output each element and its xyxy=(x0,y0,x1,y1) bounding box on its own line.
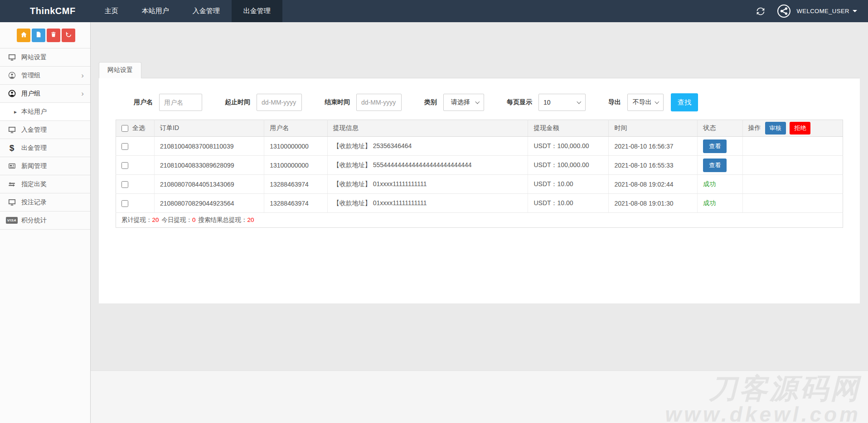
ops-label: 操作 xyxy=(748,124,761,131)
chevron-down-icon xyxy=(655,100,659,104)
summary-part: 搜索结果总提现：20 xyxy=(199,216,257,223)
header-ops: 操作 审核 拒绝 xyxy=(742,120,843,137)
footer-band: 刀客源码网 www.dkewl.com xyxy=(91,370,868,423)
sidebar-item-site-settings[interactable]: 网站设置 xyxy=(0,48,90,67)
cell-status: 成功 xyxy=(698,194,742,213)
cell-time: 2021-08-08 19:02:44 xyxy=(609,175,698,194)
row-checkbox[interactable] xyxy=(121,181,128,188)
caret-right-icon: ▸ xyxy=(12,109,19,115)
cell-username: 13100000000 xyxy=(264,156,328,175)
cell-order-id: 210808070844051343069 xyxy=(155,175,264,194)
cell-time: 2021-08-08 19:01:30 xyxy=(609,194,698,213)
sidebar-item-points-statistics[interactable]: VISA 积分统计 xyxy=(0,212,90,230)
cell-info: 【收款地址】 25356346464 xyxy=(327,137,528,156)
sidebar: 网站设置 管理组 › 用户组 › ▸ 本站用户 入金管理 $ 出金管理 新闻管理… xyxy=(0,22,91,423)
reject-button[interactable]: 拒绝 xyxy=(790,122,810,135)
table-row: 210810040833089628099 13100000000 【收款地址】… xyxy=(116,156,843,175)
sidebar-item-admin-group[interactable]: 管理组 › xyxy=(0,67,90,85)
header-order-id: 订单ID xyxy=(155,120,264,137)
sidebar-item-deposit-management[interactable]: 入金管理 xyxy=(0,121,90,139)
view-button[interactable]: 查看 xyxy=(703,139,727,153)
cell-amount: USDT：10.00 xyxy=(528,194,609,213)
dollar-icon: $ xyxy=(6,143,17,153)
row-checkbox[interactable] xyxy=(121,162,128,169)
monitor-icon xyxy=(6,198,17,206)
cell-info: 【收款地址】 01xxxx11111111111 xyxy=(327,194,528,213)
sidebar-item-news-management[interactable]: 新闻管理 xyxy=(0,157,90,175)
monitor-icon xyxy=(6,126,17,134)
per-page-label: 每页显示 xyxy=(507,98,532,106)
start-date-input[interactable] xyxy=(257,94,302,111)
sidebar-item-user-group[interactable]: 用户组 › xyxy=(0,85,90,103)
username-label: 用户名 xyxy=(134,98,153,106)
sidebar-menu: 网站设置 管理组 › 用户组 › ▸ 本站用户 入金管理 $ 出金管理 新闻管理… xyxy=(0,48,90,230)
cell-amount: USDT：100,000.00 xyxy=(528,156,609,175)
main-area: 网站设置 用户名 起止时间 结束时间 xyxy=(91,22,868,423)
trash-quick-button[interactable] xyxy=(47,29,60,42)
sidebar-item-withdrawal-management[interactable]: $ 出金管理 xyxy=(0,139,90,157)
navbar-item-home[interactable]: 主页 xyxy=(93,0,130,22)
sidebar-item-label: 管理组 xyxy=(21,72,40,80)
recycle-icon xyxy=(65,31,72,40)
cell-amount: USDT：100,000.00 xyxy=(528,137,609,156)
navbar-item-site-users[interactable]: 本站用户 xyxy=(130,0,181,22)
navbar-item-deposit[interactable]: 入金管理 xyxy=(181,0,232,22)
sidebar-item-betting-records[interactable]: 投注记录 xyxy=(0,193,90,212)
news-icon xyxy=(6,162,17,170)
chevron-down-icon xyxy=(577,100,581,104)
search-button[interactable]: 查找 xyxy=(671,93,698,111)
end-date-input[interactable] xyxy=(356,94,402,111)
cell-username: 13288463974 xyxy=(264,194,328,213)
navbar-item-label: 本站用户 xyxy=(142,7,169,15)
content-card: 用户名 起止时间 结束时间 类别 请选择 xyxy=(99,78,860,303)
row-checkbox[interactable] xyxy=(121,143,128,150)
category-select[interactable]: 请选择 xyxy=(443,94,484,111)
view-button[interactable]: 查看 xyxy=(703,159,727,172)
recycle-quick-button[interactable] xyxy=(62,29,75,42)
cell-ops xyxy=(742,175,843,194)
category-label: 类别 xyxy=(424,98,437,106)
home-quick-button[interactable] xyxy=(17,29,30,42)
withdrawal-table: 全选 订单ID 用户名 提现信息 提现金额 时间 状态 操作 审核 拒绝 xyxy=(116,120,843,228)
home-icon xyxy=(20,31,27,40)
summary-row: 累计提现：20今日提现：0搜索结果总提现：20 xyxy=(116,213,843,228)
brand-logo[interactable]: ThinkCMF xyxy=(30,0,76,22)
table-body: 210810040837008110039 13100000000 【收款地址】… xyxy=(116,137,843,213)
header-amount: 提现金额 xyxy=(528,120,609,137)
cell-username: 13288463974 xyxy=(264,175,328,194)
navbar-item-withdrawal[interactable]: 出金管理 xyxy=(232,0,282,22)
sidebar-item-label: 入金管理 xyxy=(21,126,47,134)
sidebar-item-assigned-draw[interactable]: 指定出奖 xyxy=(0,175,90,193)
welcome-user-label: WELCOME_USER xyxy=(796,8,849,14)
cell-time: 2021-08-10 16:55:33 xyxy=(609,156,698,175)
tab-site-settings[interactable]: 网站设置 xyxy=(99,62,141,78)
file-quick-button[interactable] xyxy=(32,29,45,42)
cell-ops xyxy=(742,194,843,213)
avatar[interactable] xyxy=(777,4,791,18)
approve-button[interactable]: 审核 xyxy=(765,122,786,135)
sidebar-item-site-users[interactable]: ▸ 本站用户 xyxy=(0,103,90,121)
cell-time: 2021-08-10 16:56:37 xyxy=(609,137,698,156)
select-all-checkbox[interactable] xyxy=(121,125,128,132)
summary-cell: 累计提现：20今日提现：0搜索结果总提现：20 xyxy=(116,213,843,228)
sidebar-item-label: 指定出奖 xyxy=(21,180,47,188)
per-page-select[interactable]: 10 xyxy=(538,94,586,111)
export-select[interactable]: 不导出 xyxy=(627,94,664,111)
cell-info: 【收款地址】 5554444444444444444444444444 xyxy=(327,156,528,175)
cell-order-id: 210810040837008110039 xyxy=(155,137,264,156)
refresh-icon[interactable] xyxy=(756,7,765,16)
sidebar-quick-buttons xyxy=(0,22,90,48)
header-status: 状态 xyxy=(698,120,742,137)
welcome-user-dropdown[interactable]: WELCOME_USER xyxy=(796,8,857,14)
username-input[interactable] xyxy=(159,94,202,111)
table-row: 210808070829044923564 13288463974 【收款地址】… xyxy=(116,194,843,213)
trash-icon xyxy=(50,31,57,39)
navbar-right: WELCOME_USER xyxy=(756,0,868,22)
summary-part: 累计提现：20 xyxy=(121,216,162,223)
monitor-icon xyxy=(6,53,17,61)
header-time: 时间 xyxy=(609,120,698,137)
navbar-item-label: 出金管理 xyxy=(243,7,271,15)
row-checkbox[interactable] xyxy=(121,200,128,207)
cell-info: 【收款地址】 01xxxx11111111111 xyxy=(327,175,528,194)
admin-group-icon xyxy=(6,72,17,79)
